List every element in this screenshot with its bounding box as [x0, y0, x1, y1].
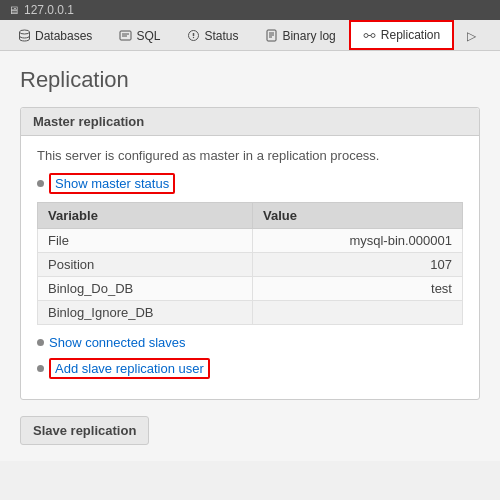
tab-status-label: Status: [204, 29, 238, 43]
show-connected-slaves-link[interactable]: Show connected slaves: [49, 335, 186, 350]
tab-databases[interactable]: Databases: [4, 22, 105, 49]
val-binlog-do-db: test: [252, 277, 462, 301]
bullet-icon-2: [37, 339, 44, 346]
svg-point-6: [193, 37, 194, 38]
add-slave-row: Add slave replication user: [37, 358, 463, 379]
page-content: Replication Master replication This serv…: [0, 51, 500, 461]
master-panel-header: Master replication: [21, 108, 479, 136]
tab-sql[interactable]: SQL: [105, 22, 173, 49]
window-icon: 🖥: [8, 4, 19, 16]
var-binlog-do-db: Binlog_Do_DB: [38, 277, 253, 301]
tab-replication[interactable]: Replication: [349, 20, 454, 50]
status-icon: [186, 29, 200, 43]
col-variable: Variable: [38, 203, 253, 229]
chevron-icon: ▷: [467, 29, 476, 43]
db-icon: [17, 29, 31, 43]
bullet-icon-3: [37, 365, 44, 372]
tab-binary-log[interactable]: Binary log: [251, 22, 348, 49]
slave-panel-header[interactable]: Slave replication: [20, 416, 149, 445]
show-master-status-row: Show master status: [37, 173, 463, 194]
nav-tabs: Databases SQL Status Binary log Replicat…: [0, 20, 500, 51]
table-row: Binlog_Do_DB test: [38, 277, 463, 301]
page-title: Replication: [20, 67, 480, 93]
log-icon: [264, 29, 278, 43]
var-file: File: [38, 229, 253, 253]
val-binlog-ignore-db: [252, 301, 462, 325]
svg-point-11: [364, 33, 368, 37]
tab-sql-label: SQL: [136, 29, 160, 43]
val-file: mysql-bin.000001: [252, 229, 462, 253]
tab-replication-label: Replication: [381, 28, 440, 42]
table-row: File mysql-bin.000001: [38, 229, 463, 253]
tab-more[interactable]: ▷: [454, 22, 489, 49]
add-slave-replication-user-link[interactable]: Add slave replication user: [49, 358, 210, 379]
tab-binary-log-label: Binary log: [282, 29, 335, 43]
master-info-text: This server is configured as master in a…: [37, 148, 463, 163]
val-position: 107: [252, 253, 462, 277]
address-label: 127.0.0.1: [24, 3, 74, 17]
master-status-table: Variable Value File mysql-bin.000001 Pos…: [37, 202, 463, 325]
show-master-status-link[interactable]: Show master status: [49, 173, 175, 194]
master-panel: Master replication This server is config…: [20, 107, 480, 400]
sql-icon: [118, 29, 132, 43]
title-bar: 🖥 127.0.0.1: [0, 0, 500, 20]
var-binlog-ignore-db: Binlog_Ignore_DB: [38, 301, 253, 325]
col-value: Value: [252, 203, 462, 229]
table-row: Position 107: [38, 253, 463, 277]
svg-point-0: [19, 30, 29, 34]
replication-icon: [363, 28, 377, 42]
tab-databases-label: Databases: [35, 29, 92, 43]
svg-point-12: [371, 33, 375, 37]
master-panel-body: This server is configured as master in a…: [21, 136, 479, 399]
tab-status[interactable]: Status: [173, 22, 251, 49]
bullet-icon: [37, 180, 44, 187]
var-position: Position: [38, 253, 253, 277]
show-slaves-row: Show connected slaves: [37, 335, 463, 350]
table-row: Binlog_Ignore_DB: [38, 301, 463, 325]
